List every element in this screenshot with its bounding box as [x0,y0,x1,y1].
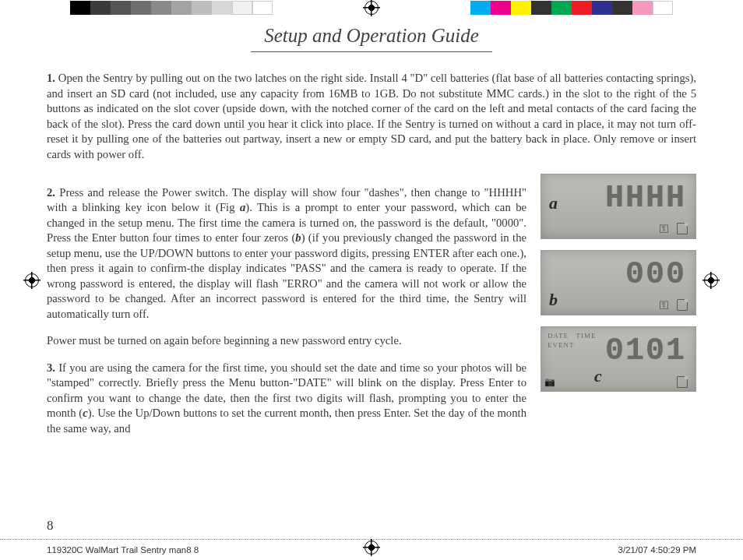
title-underline [251,51,492,52]
step-1-text: Open the Sentry by pulling out on the tw… [47,72,696,160]
step-3-number: 3. [47,361,55,374]
print-footer: 119320C WalMart Trail Sentry man8 8 3/21… [0,539,743,560]
lcd-c-time-label: TIME [576,332,597,340]
lcd-b-icons [659,299,688,312]
registration-mark-icon [23,272,40,289]
lcd-figure-c: DATE TIME EVENT 0101 c [541,326,696,392]
lcd-b-digits: 000 [625,257,686,292]
lcd-c-digits: 0101 [605,333,686,368]
registration-mark-icon [363,539,380,556]
lcd-a-digits: HHHH [605,181,686,216]
step-2-text-c: ) (if you previously changed the passwor… [47,231,526,320]
lcd-a-icons [659,223,688,235]
sd-card-icon [677,299,688,311]
step-3-paragraph: 3. If you are using the camera for the f… [47,361,526,437]
lcd-c-event-label: EVENT [548,341,575,349]
page-title: Setup and Operation Guide [47,25,696,47]
lcd-b-label: b [549,290,558,310]
figure-column: HHHH a 000 b DATE TIME EVEN [541,174,696,448]
color-swatches [470,1,673,15]
step-3-text-b: ). Use the Up/Down buttons to set the cu… [47,407,526,435]
key-icon [659,299,669,312]
footer-filename: 119320C WalMart Trail Sentry man8 8 [47,545,199,555]
lcd-figure-b: 000 b [541,250,696,315]
sd-card-icon [677,376,688,388]
key-icon [659,223,669,235]
lcd-c-mode-labels: DATE TIME EVENT [548,332,597,350]
page-number: 8 [47,518,54,534]
lcd-c-label: c [594,366,602,386]
print-color-bar [0,0,743,16]
fig-ref-b: b [295,231,301,244]
registration-mark-icon [703,272,720,289]
step-2-number: 2. [47,186,55,199]
lcd-c-icons [677,376,688,388]
registration-mark-icon [363,0,380,16]
page-content: Setup and Operation Guide 1. Open the Se… [47,25,696,513]
camera-icon [544,375,555,388]
step-2-paragraph: 2. Press and release the Power switch. T… [47,185,526,322]
footer-timestamp: 3/21/07 4:50:29 PM [618,545,696,555]
step-2-note: Power must be turned on again before beg… [47,333,526,349]
step-1-number: 1. [47,72,55,84]
step-1-paragraph: 1. Open the Sentry by pulling out on the… [47,71,696,162]
lcd-figure-a: HHHH a [541,174,696,239]
sd-card-icon [677,223,688,234]
lcd-a-label: a [549,193,558,213]
grayscale-swatches [70,1,273,15]
lcd-c-date-label: DATE [548,332,569,340]
